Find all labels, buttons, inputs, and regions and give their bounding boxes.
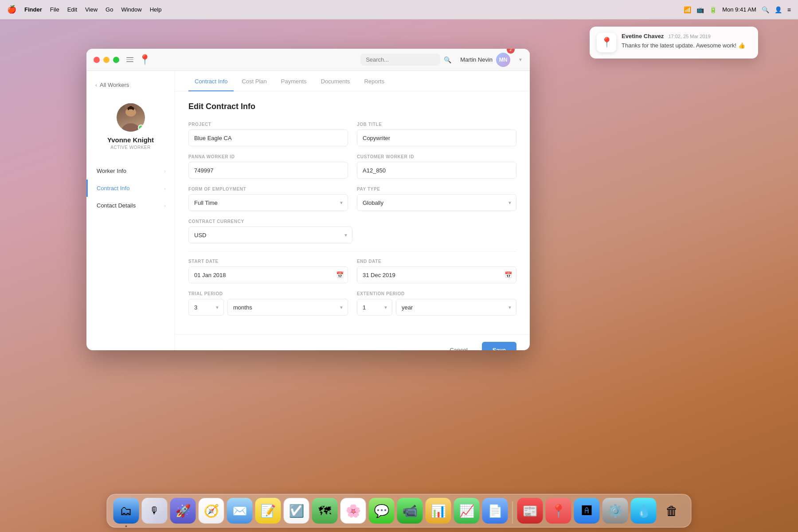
minimize-button[interactable] xyxy=(103,57,110,63)
currency-select-wrapper: USD EUR GBP ▼ xyxy=(188,227,352,243)
tab-reports[interactable]: Reports xyxy=(358,71,391,91)
hamburger-menu[interactable] xyxy=(126,55,135,64)
user-dropdown-icon[interactable]: ▼ xyxy=(518,57,523,62)
dock-item-system-prefs[interactable]: ⚙️ xyxy=(602,498,628,524)
notification-date: 17:02, 25 Mar 2019 xyxy=(668,34,710,39)
menubar: 🍎 Finder File Edit View Go Window Help 📶… xyxy=(0,0,798,20)
end-date-input[interactable] xyxy=(357,266,516,283)
user-notification-badge: 2 xyxy=(507,49,515,54)
dock-item-photos[interactable]: 🌸 xyxy=(340,498,366,524)
menubar-window[interactable]: Window xyxy=(121,6,141,13)
wifi-icon[interactable]: 📶 xyxy=(684,6,691,13)
search-magnifier-icon[interactable]: 🔍 xyxy=(444,56,451,63)
calendar-icon-end[interactable]: 📅 xyxy=(505,271,512,278)
dock-item-trash[interactable]: 🗑 xyxy=(659,498,685,524)
dock-item-airdrop[interactable]: 💧 xyxy=(631,498,657,524)
search-icon[interactable]: 🔍 xyxy=(762,6,769,13)
customer-id-input[interactable] xyxy=(357,162,516,179)
chevron-icon-contact-details: › xyxy=(164,203,166,208)
apple-menu[interactable]: 🍎 xyxy=(7,5,16,14)
menubar-edit[interactable]: Edit xyxy=(67,6,77,13)
dock-item-numbers[interactable]: 📈 xyxy=(454,498,480,524)
notification[interactable]: 📍 Evetine Chavez 17:02, 25 Mar 2019 Than… xyxy=(590,27,758,59)
facetime-icon: 📹 xyxy=(402,504,418,518)
maximize-button[interactable] xyxy=(113,57,119,63)
cancel-button[interactable]: Cancel xyxy=(441,342,476,350)
trial-unit-select[interactable]: months weeks days xyxy=(227,299,348,316)
airplay-icon[interactable]: 📺 xyxy=(696,6,704,13)
contact-details-label: Contact Details xyxy=(97,202,136,209)
dock-item-pages[interactable]: 📄 xyxy=(482,498,508,524)
worker-status-dot xyxy=(138,125,144,131)
start-date-label: START DATE xyxy=(188,259,348,264)
menu-line-1 xyxy=(126,57,133,58)
dock-item-pinia[interactable]: 📍 xyxy=(546,498,571,524)
job-title-label: JOB TITLE xyxy=(357,122,516,127)
tab-payments[interactable]: Payments xyxy=(275,71,313,91)
dock-item-messages[interactable]: 💬 xyxy=(369,498,395,524)
form-row-periods: TRIAL PERIOD 3 1 2 6 ▼ xyxy=(188,291,516,316)
finder-active-dot xyxy=(125,525,127,527)
save-button[interactable]: Save xyxy=(482,342,516,350)
photos-icon: 🌸 xyxy=(345,504,361,518)
dock-item-notes[interactable]: 📝 xyxy=(255,498,281,524)
panna-id-input[interactable] xyxy=(188,162,348,179)
employment-select-wrapper: Full Time Part Time Contract ▼ xyxy=(188,194,348,211)
tab-cost-plan[interactable]: Cost Plan xyxy=(235,71,273,91)
tab-contract-info[interactable]: Contract Info xyxy=(188,71,234,91)
app-window: 📍 🔍 Martin Nevin MN 2 ▼ xyxy=(86,49,530,350)
calendar-icon-start[interactable]: 📅 xyxy=(336,271,344,278)
form-group-employment: FORM OF EMPLOYMENT Full Time Part Time C… xyxy=(188,187,348,211)
trial-num-select[interactable]: 3 1 2 6 xyxy=(188,299,224,316)
sidebar-item-contact-details[interactable]: Contact Details › xyxy=(86,197,175,214)
menubar-go[interactable]: Go xyxy=(106,6,113,13)
menubar-file[interactable]: File xyxy=(50,6,59,13)
back-link[interactable]: ‹ All Workers xyxy=(86,78,175,92)
trial-row: 3 1 2 6 ▼ months xyxy=(188,299,348,316)
sidebar-item-contract-info[interactable]: Contract Info › xyxy=(86,180,175,197)
user-avatar[interactable]: MN xyxy=(496,53,510,67)
main-content: Contract Info Cost Plan Payments Documen… xyxy=(175,71,530,350)
dock-item-appstore[interactable]: 🅰 xyxy=(574,498,600,524)
battery-icon[interactable]: 🔋 xyxy=(709,6,717,13)
notes-icon: 📝 xyxy=(260,504,276,518)
close-button[interactable] xyxy=(94,57,100,63)
dock-item-launchpad[interactable]: 🚀 xyxy=(170,498,196,524)
project-input[interactable] xyxy=(188,129,348,146)
pay-type-select[interactable]: Globally Locally xyxy=(357,194,516,211)
dock-item-keynote[interactable]: 📊 xyxy=(426,498,451,524)
menubar-view[interactable]: View xyxy=(85,6,98,13)
dock-item-facetime[interactable]: 📹 xyxy=(397,498,423,524)
start-date-input[interactable] xyxy=(188,266,348,283)
extension-unit-wrapper: year months ▼ xyxy=(396,299,516,316)
currency-select[interactable]: USD EUR GBP xyxy=(188,227,352,243)
extension-unit-select[interactable]: year months xyxy=(396,299,516,316)
extension-num-wrapper: 1 2 3 ▼ xyxy=(357,299,392,316)
dock-item-maps[interactable]: 🗺 xyxy=(312,498,338,524)
job-title-input[interactable] xyxy=(357,129,516,146)
logo-pin-icon: 📍 xyxy=(139,54,151,65)
menubar-finder[interactable]: Finder xyxy=(24,6,42,13)
employment-select[interactable]: Full Time Part Time Contract xyxy=(188,194,348,211)
dock-item-news[interactable]: 📰 xyxy=(517,498,543,524)
user-icon[interactable]: 👤 xyxy=(775,6,782,13)
search-input[interactable] xyxy=(360,54,440,66)
dock-item-finder[interactable]: 🗂 xyxy=(113,498,139,524)
project-label: PROJECT xyxy=(188,122,348,127)
extension-num-select[interactable]: 1 2 3 xyxy=(357,299,392,316)
form-group-end-date: END DATE 📅 xyxy=(357,259,516,283)
dock-item-safari[interactable]: 🧭 xyxy=(199,498,224,524)
menubar-help[interactable]: Help xyxy=(150,6,162,13)
form-row-currency: CONTRACT CURRENCY USD EUR GBP ▼ xyxy=(188,219,352,243)
dock-item-siri[interactable]: 🎙 xyxy=(142,498,168,524)
dock-item-reminders[interactable]: ☑️ xyxy=(284,498,309,524)
sidebar-item-worker-info[interactable]: Worker Info › xyxy=(86,162,175,180)
dock-item-mail[interactable]: ✉️ xyxy=(227,498,253,524)
start-date-wrapper: 📅 xyxy=(188,266,348,283)
pages-icon: 📄 xyxy=(487,504,503,518)
news-icon: 📰 xyxy=(522,504,538,518)
form-row-dates: START DATE 📅 END DATE 📅 xyxy=(188,259,516,283)
notification-message: Thanks for the latest update. Awesome wo… xyxy=(622,42,745,49)
tab-documents[interactable]: Documents xyxy=(315,71,356,91)
list-icon[interactable]: ≡ xyxy=(787,6,791,13)
